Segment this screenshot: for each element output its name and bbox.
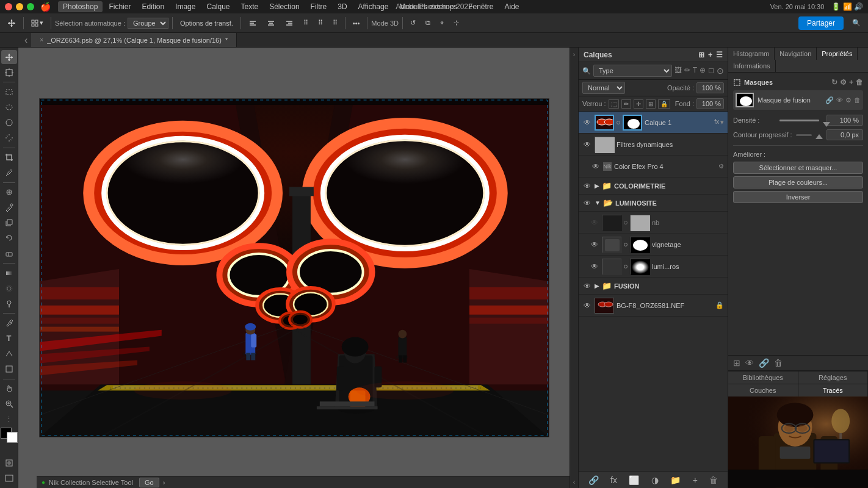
mask-icon-del[interactable]: 🗑 [854,96,861,104]
perspective-btn[interactable]: ⊹ [450,18,463,28]
warp-btn[interactable]: ⌖ [436,18,447,28]
menu-edition[interactable]: Edition [137,1,169,12]
layer-eye-colorefex[interactable]: 👁 [591,162,601,171]
lock-artboard-icon[interactable]: ⊞ [646,99,656,109]
masques-icon-1[interactable]: ↻ [831,78,837,87]
tool-screenmode[interactable] [1,472,17,486]
menu-affichage[interactable]: Affichage [353,1,394,12]
lock-transparent-icon[interactable]: ⬚ [609,99,619,109]
align-center-btn[interactable] [263,18,279,29]
layer-eye-filtres[interactable]: 👁 [582,140,592,149]
layer-item-bg[interactable]: 👁 BG-F8_ORZ6581.NEF 🔒 [579,295,728,317]
tool-lasso[interactable] [1,115,17,129]
layer-item-filtres[interactable]: 👁 Filtres dynamiques [579,134,728,156]
opacity-input[interactable] [696,82,724,93]
tool-dodge[interactable] [1,296,17,310]
layer-eye-bg[interactable]: 👁 [582,301,592,310]
layer-folder-fusion[interactable]: 👁 ▶ 📁 FUSION [579,278,728,295]
tab-couches[interactable]: Couches [728,384,798,396]
tool-eraser[interactable] [1,246,17,260]
transform-btn[interactable]: ⧉ [422,18,434,28]
document-tab[interactable]: × _ORZ6634.psb @ 27,1% (Calque 1, Masque… [31,33,237,47]
go-button[interactable]: Go [139,478,159,487]
lock-pixel-icon[interactable]: ✏ [621,99,631,109]
background-color[interactable] [7,432,18,443]
tab-histogramm[interactable]: Histogramm [728,48,775,60]
tool-move[interactable] [1,50,17,64]
layer-folder-luminosite[interactable]: 👁 ▼ 📂 LUMINOSITE [579,195,728,212]
lock-position-icon[interactable]: ✛ [634,99,643,109]
props-icon-eye[interactable]: 👁 [745,358,754,368]
distribute-btn[interactable]: ⠿ [300,18,312,28]
tab-reglages[interactable]: Réglages [798,371,869,384]
filter-icon-4[interactable]: ⊕ [700,66,706,76]
tool-clone[interactable] [1,216,17,230]
fill-input[interactable] [696,98,724,109]
layer-eye-lumiros[interactable]: 👁 [590,262,599,271]
folder-arrow-luminosite[interactable]: ▼ [595,199,601,206]
layer-folder-colorimetrie[interactable]: 👁 ▶ 📁 COLORIMETRIE [579,178,728,195]
more-options-btn[interactable]: ••• [349,18,364,28]
layers-icon-add[interactable]: + [708,51,712,59]
folder-arrow-colorimetrie[interactable]: ▶ [595,182,599,189]
layer-item-vignetage[interactable]: 👁 vignetage [579,234,728,256]
filter-toggle[interactable]: ⊙ [717,66,724,76]
layer-eye-vignetage[interactable]: 👁 [590,240,599,249]
layer-item-nb[interactable]: 👁 nb [579,212,728,234]
menu-texte[interactable]: Texte [236,1,264,12]
add-group-btn[interactable]: 📁 [668,474,683,486]
add-effect-btn[interactable]: fx [608,474,620,486]
distribute3-btn[interactable]: ⠿ [329,18,341,28]
layer-eye-colorimetrie[interactable]: 👁 [582,182,592,190]
tab-close-icon[interactable]: × [40,37,43,43]
move-tool-btn[interactable] [4,18,20,29]
filter-icon-1[interactable]: 🖼 [675,66,682,76]
blend-mode-select[interactable]: Normal [582,82,625,94]
inverser-btn[interactable]: Inverser [733,191,863,203]
filter-icon-5[interactable]: ◻ [708,66,714,76]
expand-icon[interactable]: ▾ [720,118,724,126]
mask-icon-link[interactable]: 🔗 [825,96,834,104]
layer-item-lumiros[interactable]: 👁 lumi...ros [579,256,728,278]
tab-informations[interactable]: Informations [728,60,776,72]
add-mask-btn[interactable]: ⬜ [626,474,642,486]
tool-artboard[interactable] [1,65,17,79]
tab-traces[interactable]: Tracés [798,384,869,396]
tool-marquee-ellipse[interactable] [1,100,17,114]
tool-pen[interactable] [1,316,17,330]
masques-icon-3[interactable]: + [849,78,853,87]
menu-calque[interactable]: Calque [201,1,234,12]
mask-fusion-thumb[interactable] [736,93,754,107]
masques-icon-4[interactable]: 🗑 [856,78,863,87]
tool-shape[interactable] [1,362,17,376]
menu-filtre[interactable]: Filtre [306,1,332,12]
minimize-button[interactable] [16,3,23,10]
layer-eye-luminosite[interactable]: 👁 [582,199,592,207]
lock-all-icon[interactable]: 🔒 [658,99,670,109]
layer-eye-fusion[interactable]: 👁 [582,282,592,290]
share-button[interactable]: Partager [798,16,844,30]
filter-icon-2[interactable]: ✏ [684,66,690,76]
contour-value[interactable]: 0,0 px [826,129,863,140]
delete-layer-btn[interactable]: 🗑 [707,474,720,486]
tool-magic-wand[interactable] [1,131,17,145]
tool-quickmask[interactable] [1,456,17,470]
arrange-btn[interactable]: ▾ [27,18,47,28]
layers-filter-select[interactable]: Type [593,65,672,77]
filter-icon-3[interactable]: T [693,66,697,76]
layer-item-calque1[interactable]: 👁 Calque 1 fx ▾ [579,112,728,134]
props-icon-grid[interactable]: ⊞ [733,358,740,368]
add-adjustment-btn[interactable]: ◑ [649,474,661,486]
plage-couleurs-btn[interactable]: Plage de couleurs... [733,176,863,188]
rotate-btn[interactable]: ↺ [407,18,419,28]
menu-aide[interactable]: Aide [499,1,524,12]
menu-image[interactable]: Image [170,1,200,12]
contour-slider[interactable] [796,134,812,136]
align-right-btn[interactable] [281,18,297,29]
add-layer-btn[interactable]: + [690,474,700,486]
tool-zoom[interactable] [1,397,17,411]
layer-eye-calque1[interactable]: 👁 [582,118,592,127]
tool-brush[interactable] [1,201,17,215]
tool-path-select[interactable] [1,346,17,361]
tool-history[interactable] [1,231,17,245]
